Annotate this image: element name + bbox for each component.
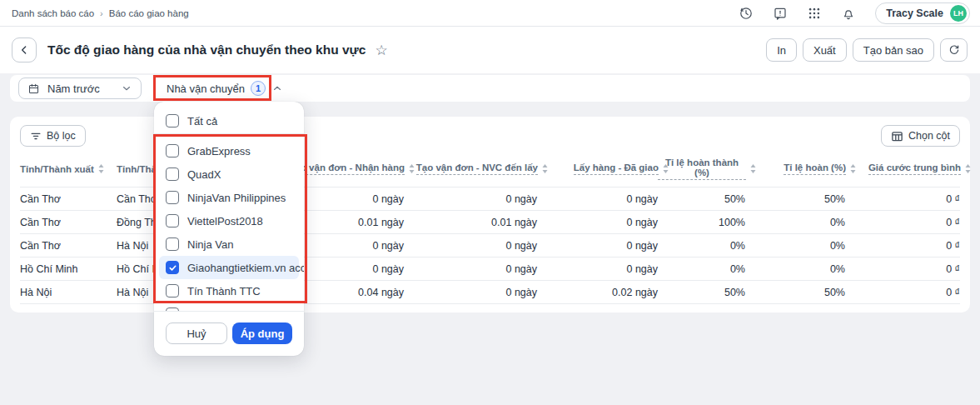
cell-return-rate: 0% [745, 234, 845, 258]
sort-icon [965, 164, 971, 173]
option-label: NinjaVan Philippines [187, 192, 286, 204]
cell-return-rate: 50% [745, 188, 845, 211]
cell-pickup-delivered: 0.02 ngày [537, 281, 658, 304]
calendar-icon [27, 82, 40, 95]
cell-completion-rate: 0% [658, 258, 745, 281]
refresh-icon [948, 43, 961, 57]
cell-return-rate: 0% [745, 211, 845, 234]
filter-lines-icon [30, 130, 42, 142]
option-label: ViettelPost2018 [187, 215, 263, 228]
cell-avg-fee: 0 ₫ [845, 188, 960, 211]
notifications-bell-icon[interactable] [841, 6, 856, 21]
header-actions: In Xuất Tạo bản sao [766, 38, 968, 62]
dropdown-option-viettelpost2018[interactable]: ViettelPost2018 [154, 209, 304, 232]
dropdown-option-select-all[interactable]: Tất cả [154, 108, 304, 133]
carrier-options-list: GrabExpress QuadX NinjaVan Philippines V… [154, 134, 304, 311]
carrier-filter-dropdown[interactable]: Nhà vận chuyển 1 [162, 78, 288, 99]
checkbox-unchecked[interactable] [166, 191, 179, 204]
export-button[interactable]: Xuất [803, 38, 847, 62]
print-button[interactable]: In [766, 38, 797, 62]
checkbox-unchecked[interactable] [166, 308, 179, 311]
refresh-button[interactable] [940, 38, 968, 62]
page-title: Tốc độ giao hàng của nhà vận chuyển theo… [47, 42, 366, 58]
chevron-up-icon [271, 82, 283, 94]
user-menu[interactable]: Tracy Scale LH [875, 2, 970, 24]
cell-completion-rate: 0% [658, 234, 745, 258]
breadcrumb-delivery-report[interactable]: Báo cáo giao hàng [109, 8, 189, 18]
dropdown-footer: Huỷ Áp dụng [154, 311, 304, 356]
dropdown-option-quadx[interactable]: QuadX [154, 162, 304, 186]
filter-button-label: Bộ lọc [47, 130, 76, 142]
user-name: Tracy Scale [886, 8, 943, 19]
checkbox-unchecked[interactable] [166, 144, 179, 158]
cell-create-pickup: 0 ngày [404, 188, 537, 211]
breadcrumb-reports-list[interactable]: Danh sách báo cáo [12, 8, 94, 18]
cell-create-pickup: 0 ngày [404, 281, 537, 304]
period-filter-dropdown[interactable]: Năm trước [18, 78, 142, 99]
checkbox-checked[interactable] [166, 261, 179, 274]
cell-pickup-delivered: 0 ngày [537, 234, 658, 258]
apps-grid-icon[interactable] [807, 6, 822, 21]
cell-avg-fee: 0 ₫ [845, 258, 960, 281]
sort-icon [542, 164, 548, 173]
choose-columns-button[interactable]: Chọn cột [881, 125, 960, 147]
option-label: Tất cả [187, 115, 217, 128]
dropdown-option-tin-thanh-ttc[interactable]: Tín Thành TTC [154, 279, 304, 302]
checkbox-unchecked[interactable] [166, 168, 179, 181]
cell-origin: Hà Nội [20, 281, 117, 304]
cell-origin: Cần Thơ [20, 234, 117, 258]
cell-origin: Cần Thơ [20, 188, 117, 211]
cell-origin: Cần Thơ [20, 211, 117, 234]
cell-completion-rate: 50% [658, 281, 745, 304]
col-header-origin[interactable]: Tỉnh/Thành xuất [20, 154, 117, 188]
sort-icon [98, 164, 104, 173]
choose-columns-label: Chọn cột [908, 130, 950, 142]
dropdown-option-partial[interactable]: VNP [154, 302, 304, 311]
dropdown-option-giaohangtietkiem[interactable]: Giaohangtietkiem.vn acc... [159, 256, 299, 279]
page-header: Tốc độ giao hàng của nhà vận chuyển theo… [0, 27, 980, 73]
cell-create-pickup: 0 ngày [404, 258, 537, 281]
option-label: Ninja Van [187, 238, 233, 251]
back-button[interactable] [12, 38, 37, 62]
cell-return-rate: 0% [745, 258, 845, 281]
checkbox-unchecked[interactable] [166, 284, 179, 298]
filter-button[interactable]: Bộ lọc [20, 125, 86, 147]
cancel-button[interactable]: Huỷ [166, 322, 227, 344]
avatar: LH [950, 5, 967, 22]
dropdown-option-ninjavan-philippines[interactable]: NinjaVan Philippines [154, 186, 304, 209]
feedback-icon[interactable] [773, 6, 788, 21]
dropdown-option-ninja-van[interactable]: Ninja Van [154, 232, 304, 256]
option-label: QuadX [187, 168, 221, 181]
history-icon[interactable] [739, 6, 754, 21]
cell-create-pickup: 0.01 ngày [404, 211, 537, 234]
checkbox-unchecked[interactable] [166, 238, 179, 251]
col-header-completion-rate[interactable]: Tỉ lệ hoàn thành (%) [658, 154, 745, 188]
sort-icon [850, 164, 856, 173]
cell-pickup-delivered: 0 ngày [537, 188, 658, 211]
option-label: VNP [187, 308, 210, 312]
favorite-star-icon[interactable]: ☆ [375, 43, 387, 58]
cell-avg-fee: 0 ₫ [845, 211, 960, 234]
col-header-pickup-delivered[interactable]: Lấy hàng - Đã giao [537, 154, 658, 188]
sort-icon [750, 164, 756, 173]
col-header-return-rate[interactable]: Tỉ lệ hoàn (%) [745, 154, 845, 188]
sort-icon [409, 164, 415, 173]
carrier-dropdown-panel: Tất cả GrabExpress QuadX NinjaVan Philip… [154, 102, 304, 356]
apply-button[interactable]: Áp dụng [232, 322, 292, 344]
cell-create-pickup: 0 ngày [404, 234, 537, 258]
carrier-filter-count-badge: 1 [251, 81, 266, 96]
table-columns-icon [891, 130, 903, 142]
cell-completion-rate: 100% [658, 211, 745, 234]
cell-completion-rate: 50% [658, 188, 745, 211]
checkbox-unchecked[interactable] [166, 114, 179, 128]
col-header-avg-fee[interactable]: Giá cước trung bình [845, 154, 960, 188]
checkbox-unchecked[interactable] [166, 214, 179, 228]
carrier-filter-label: Nhà vận chuyển [167, 82, 245, 95]
cell-pickup-delivered: 0 ngày [537, 211, 658, 234]
dropdown-option-grabexpress[interactable]: GrabExpress [154, 139, 304, 162]
option-label: Giaohangtietkiem.vn acc... [187, 262, 304, 274]
col-header-create-pickup[interactable]: Tạo vận đơn - NVC đến lấy [404, 154, 537, 188]
period-filter-value: Năm trước [47, 82, 100, 95]
option-label: Tín Thành TTC [187, 285, 261, 298]
duplicate-button[interactable]: Tạo bản sao [853, 38, 934, 62]
